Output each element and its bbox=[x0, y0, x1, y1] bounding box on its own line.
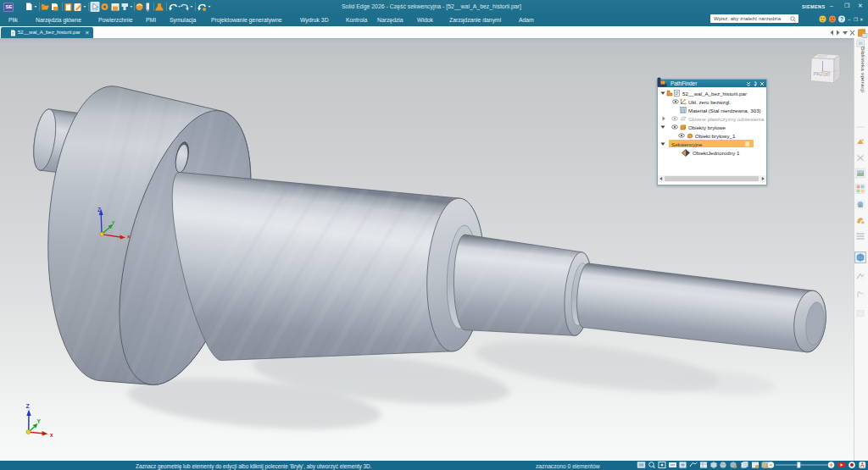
svg-text:x: x bbox=[50, 432, 53, 438]
svg-text:✕: ✕ bbox=[860, 17, 864, 22]
svg-text:Z: Z bbox=[97, 207, 101, 213]
svg-text:❐: ❐ bbox=[854, 17, 858, 22]
svg-text:GÓRA: GÓRA bbox=[817, 54, 827, 58]
svg-text:Y: Y bbox=[37, 418, 42, 424]
svg-text:–: – bbox=[848, 17, 851, 22]
svg-text:Y: Y bbox=[112, 220, 115, 225]
svg-text:Z: Z bbox=[26, 403, 31, 409]
svg-text:?: ? bbox=[840, 16, 843, 22]
